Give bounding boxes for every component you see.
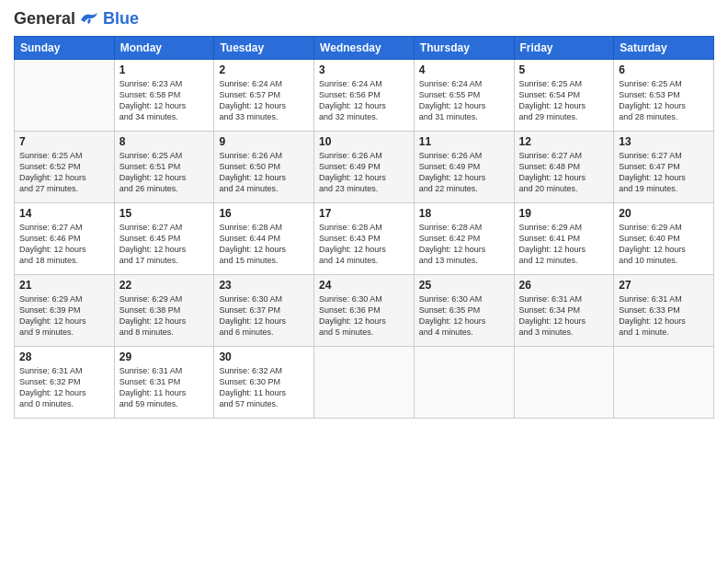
weekday-header-saturday: Saturday <box>614 37 714 60</box>
calendar-cell: 13Sunrise: 6:27 AM Sunset: 6:47 PM Dayli… <box>614 132 714 203</box>
day-info: Sunrise: 6:27 AM Sunset: 6:45 PM Dayligh… <box>119 222 210 267</box>
day-info: Sunrise: 6:25 AM Sunset: 6:52 PM Dayligh… <box>19 150 109 195</box>
calendar-cell <box>314 347 415 419</box>
day-number: 18 <box>419 207 509 220</box>
weekday-row: SundayMondayTuesdayWednesdayThursdayFrid… <box>15 37 714 60</box>
calendar-cell: 16Sunrise: 6:28 AM Sunset: 6:44 PM Dayli… <box>214 203 314 275</box>
calendar-cell: 15Sunrise: 6:27 AM Sunset: 6:45 PM Dayli… <box>114 203 214 275</box>
day-info: Sunrise: 6:30 AM Sunset: 6:36 PM Dayligh… <box>319 293 409 339</box>
calendar-table: SundayMondayTuesdayWednesdayThursdayFrid… <box>14 36 714 419</box>
day-number: 23 <box>219 279 309 292</box>
day-number: 20 <box>619 207 709 220</box>
day-number: 8 <box>119 135 210 148</box>
calendar-cell: 17Sunrise: 6:28 AM Sunset: 6:43 PM Dayli… <box>314 203 415 275</box>
day-info: Sunrise: 6:26 AM Sunset: 6:49 PM Dayligh… <box>319 150 409 195</box>
day-info: Sunrise: 6:24 AM Sunset: 6:55 PM Dayligh… <box>419 78 509 123</box>
calendar-cell: 30Sunrise: 6:32 AM Sunset: 6:30 PM Dayli… <box>214 347 314 419</box>
day-number: 17 <box>319 207 409 220</box>
day-number: 24 <box>319 279 409 292</box>
day-info: Sunrise: 6:32 AM Sunset: 6:30 PM Dayligh… <box>219 365 309 410</box>
day-number: 22 <box>119 279 210 292</box>
day-info: Sunrise: 6:30 AM Sunset: 6:35 PM Dayligh… <box>419 293 509 339</box>
calendar-header: SundayMondayTuesdayWednesdayThursdayFrid… <box>15 37 714 60</box>
day-info: Sunrise: 6:28 AM Sunset: 6:43 PM Dayligh… <box>319 222 409 267</box>
weekday-header-friday: Friday <box>514 37 614 60</box>
day-number: 16 <box>219 207 309 220</box>
week-row-5: 28Sunrise: 6:31 AM Sunset: 6:32 PM Dayli… <box>15 347 714 419</box>
calendar-cell: 12Sunrise: 6:27 AM Sunset: 6:48 PM Dayli… <box>514 132 614 203</box>
calendar-cell: 14Sunrise: 6:27 AM Sunset: 6:46 PM Dayli… <box>15 203 115 275</box>
weekday-header-wednesday: Wednesday <box>314 37 415 60</box>
calendar-cell: 26Sunrise: 6:31 AM Sunset: 6:34 PM Dayli… <box>514 275 614 347</box>
day-number: 21 <box>19 279 109 292</box>
logo: General Blue <box>14 9 139 29</box>
day-number: 11 <box>419 135 509 148</box>
day-info: Sunrise: 6:27 AM Sunset: 6:48 PM Dayligh… <box>519 150 609 195</box>
week-row-3: 14Sunrise: 6:27 AM Sunset: 6:46 PM Dayli… <box>15 203 714 275</box>
day-number: 3 <box>319 63 409 76</box>
calendar-cell: 9Sunrise: 6:26 AM Sunset: 6:50 PM Daylig… <box>214 132 314 203</box>
day-info: Sunrise: 6:28 AM Sunset: 6:44 PM Dayligh… <box>219 222 309 267</box>
day-info: Sunrise: 6:25 AM Sunset: 6:51 PM Dayligh… <box>119 150 210 195</box>
day-number: 13 <box>619 135 709 148</box>
logo-bird-icon <box>79 11 99 28</box>
day-info: Sunrise: 6:27 AM Sunset: 6:46 PM Dayligh… <box>19 222 109 267</box>
calendar-cell: 3Sunrise: 6:24 AM Sunset: 6:56 PM Daylig… <box>314 60 415 132</box>
day-info: Sunrise: 6:24 AM Sunset: 6:57 PM Dayligh… <box>219 78 309 123</box>
calendar-cell: 28Sunrise: 6:31 AM Sunset: 6:32 PM Dayli… <box>15 347 115 419</box>
day-number: 5 <box>519 63 609 76</box>
calendar-cell: 6Sunrise: 6:25 AM Sunset: 6:53 PM Daylig… <box>614 60 714 132</box>
calendar-cell: 21Sunrise: 6:29 AM Sunset: 6:39 PM Dayli… <box>15 275 115 347</box>
logo-text: General Blue <box>14 9 139 29</box>
weekday-header-tuesday: Tuesday <box>214 37 314 60</box>
week-row-2: 7Sunrise: 6:25 AM Sunset: 6:52 PM Daylig… <box>15 132 714 203</box>
calendar-cell: 11Sunrise: 6:26 AM Sunset: 6:49 PM Dayli… <box>414 132 514 203</box>
day-number: 25 <box>419 279 509 292</box>
day-info: Sunrise: 6:29 AM Sunset: 6:41 PM Dayligh… <box>519 222 609 267</box>
calendar-cell <box>514 347 614 419</box>
calendar-cell <box>15 60 115 132</box>
calendar-cell: 1Sunrise: 6:23 AM Sunset: 6:58 PM Daylig… <box>114 60 214 132</box>
calendar-cell: 4Sunrise: 6:24 AM Sunset: 6:55 PM Daylig… <box>414 60 514 132</box>
weekday-header-thursday: Thursday <box>414 37 514 60</box>
day-number: 6 <box>619 63 709 76</box>
day-info: Sunrise: 6:24 AM Sunset: 6:56 PM Dayligh… <box>319 78 409 123</box>
day-number: 15 <box>119 207 210 220</box>
day-number: 30 <box>219 350 309 363</box>
day-info: Sunrise: 6:29 AM Sunset: 6:40 PM Dayligh… <box>619 222 709 267</box>
calendar-body: 1Sunrise: 6:23 AM Sunset: 6:58 PM Daylig… <box>15 60 714 419</box>
day-info: Sunrise: 6:29 AM Sunset: 6:39 PM Dayligh… <box>19 293 109 339</box>
calendar-cell: 29Sunrise: 6:31 AM Sunset: 6:31 PM Dayli… <box>114 347 214 419</box>
calendar-cell: 10Sunrise: 6:26 AM Sunset: 6:49 PM Dayli… <box>314 132 415 203</box>
day-info: Sunrise: 6:29 AM Sunset: 6:38 PM Dayligh… <box>119 293 210 339</box>
weekday-header-sunday: Sunday <box>15 37 115 60</box>
day-info: Sunrise: 6:27 AM Sunset: 6:47 PM Dayligh… <box>619 150 709 195</box>
header: General Blue <box>14 9 714 29</box>
day-number: 7 <box>19 135 109 148</box>
calendar-page: General Blue SundayMondayTuesdayWednesda… <box>0 0 728 563</box>
calendar-cell: 24Sunrise: 6:30 AM Sunset: 6:36 PM Dayli… <box>314 275 415 347</box>
day-info: Sunrise: 6:31 AM Sunset: 6:33 PM Dayligh… <box>619 293 709 339</box>
day-number: 2 <box>219 63 309 76</box>
calendar-cell: 20Sunrise: 6:29 AM Sunset: 6:40 PM Dayli… <box>614 203 714 275</box>
day-number: 19 <box>519 207 609 220</box>
week-row-1: 1Sunrise: 6:23 AM Sunset: 6:58 PM Daylig… <box>15 60 714 132</box>
day-number: 1 <box>119 63 210 76</box>
logo-blue: Blue <box>103 9 139 29</box>
calendar-cell: 2Sunrise: 6:24 AM Sunset: 6:57 PM Daylig… <box>214 60 314 132</box>
day-info: Sunrise: 6:25 AM Sunset: 6:53 PM Dayligh… <box>619 78 709 123</box>
week-row-4: 21Sunrise: 6:29 AM Sunset: 6:39 PM Dayli… <box>15 275 714 347</box>
day-info: Sunrise: 6:23 AM Sunset: 6:58 PM Dayligh… <box>119 78 210 123</box>
logo-general: General <box>14 9 75 29</box>
day-number: 29 <box>119 350 210 363</box>
calendar-cell: 18Sunrise: 6:28 AM Sunset: 6:42 PM Dayli… <box>414 203 514 275</box>
day-info: Sunrise: 6:26 AM Sunset: 6:50 PM Dayligh… <box>219 150 309 195</box>
calendar-cell: 19Sunrise: 6:29 AM Sunset: 6:41 PM Dayli… <box>514 203 614 275</box>
calendar-cell: 8Sunrise: 6:25 AM Sunset: 6:51 PM Daylig… <box>114 132 214 203</box>
weekday-header-monday: Monday <box>114 37 214 60</box>
calendar-cell: 27Sunrise: 6:31 AM Sunset: 6:33 PM Dayli… <box>614 275 714 347</box>
day-number: 28 <box>19 350 109 363</box>
day-info: Sunrise: 6:30 AM Sunset: 6:37 PM Dayligh… <box>219 293 309 339</box>
calendar-cell: 5Sunrise: 6:25 AM Sunset: 6:54 PM Daylig… <box>514 60 614 132</box>
day-info: Sunrise: 6:26 AM Sunset: 6:49 PM Dayligh… <box>419 150 509 195</box>
